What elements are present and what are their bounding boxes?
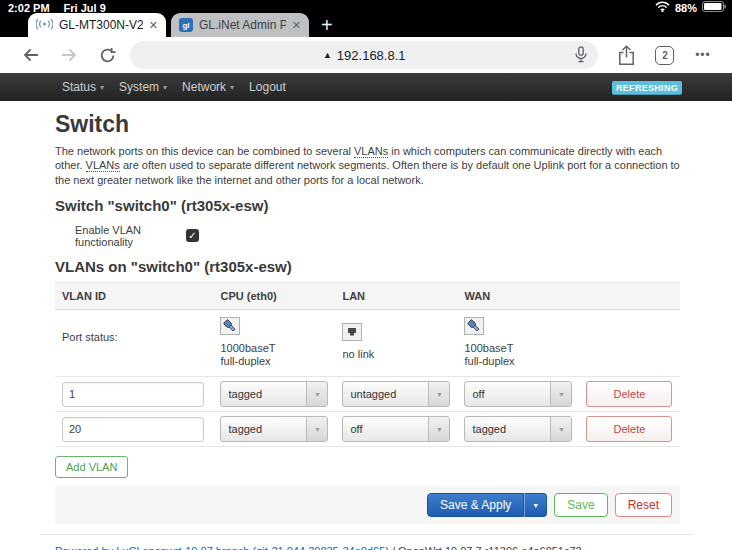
glinet-favicon-icon: gl — [179, 18, 193, 32]
port-speed: 1000baseT — [220, 342, 328, 356]
col-cpu: CPU (eth0) — [213, 282, 335, 309]
wan-mode-select[interactable]: off▼ — [464, 381, 572, 407]
enable-vlan-row: Enable VLAN functionality ✓ — [55, 224, 680, 248]
vlan-row-2: tagged▼ off▼ tagged▼ Delete — [55, 412, 680, 447]
page-title: Switch — [55, 111, 680, 138]
vlan-id-input[interactable] — [62, 382, 204, 407]
save-apply-button[interactable]: Save & Apply — [427, 493, 524, 517]
select-caret-icon: ▼ — [550, 417, 571, 441]
lan-port-status: no link — [342, 317, 450, 362]
battery-percent: 88% — [675, 2, 697, 14]
vlan-table: VLAN ID CPU (eth0) LAN WAN Port status: … — [55, 282, 680, 447]
share-button[interactable] — [608, 45, 646, 66]
vlan-table-header: VLAN ID CPU (eth0) LAN WAN — [55, 282, 680, 309]
page-footer: Powered by LuCI openwrt-19.07 branch (gi… — [40, 534, 692, 550]
vlans-abbr: VLANs — [86, 159, 120, 172]
device-status-bar: 2:02 PM Fri Jul 9 88% — [0, 0, 732, 14]
page-body: Switch The network ports on this device … — [0, 101, 732, 524]
lan-mode-select[interactable]: untagged▼ — [342, 381, 450, 407]
select-caret-icon: ▼ — [428, 417, 449, 441]
luci-navbar: Status▾ System▾ Network▾ Logout REFRESHI… — [0, 73, 732, 101]
tab-admin-panel[interactable]: gl GL.iNet Admin Panel ✕ — [171, 13, 309, 37]
chevron-down-icon: ▾ — [163, 83, 167, 92]
select-caret-icon: ▼ — [428, 382, 449, 406]
col-wan: WAN — [457, 282, 579, 309]
vlan-row-1: tagged▼ untagged▼ off▼ Delete — [55, 377, 680, 412]
add-vlan-button[interactable]: Add VLAN — [55, 456, 128, 478]
port-speed: 100baseT — [464, 342, 572, 356]
cpu-mode-select[interactable]: tagged▼ — [220, 416, 328, 442]
delete-vlan-button[interactable]: Delete — [586, 381, 672, 407]
url-text: 192.168.8.1 — [337, 48, 406, 63]
port-duplex: full-duplex — [464, 355, 572, 369]
luci-version-link[interactable]: Powered by LuCI openwrt-19.07 branch (gi… — [55, 545, 389, 550]
wan-mode-select[interactable]: tagged▼ — [464, 416, 572, 442]
nav-logout[interactable]: Logout — [249, 80, 286, 94]
battery-icon — [702, 1, 727, 14]
delete-vlan-button[interactable]: Delete — [586, 416, 672, 442]
close-tab-icon[interactable]: ✕ — [292, 19, 301, 32]
vlan-id-input[interactable] — [62, 417, 204, 442]
voice-search-icon[interactable] — [575, 46, 587, 66]
chevron-down-icon: ▾ — [100, 83, 104, 92]
antenna-favicon-icon — [36, 18, 53, 33]
chevron-down-icon: ▾ — [230, 83, 234, 92]
cpu-port-status: 1000baseT full-duplex — [220, 317, 328, 369]
port-link-status: no link — [342, 348, 450, 362]
not-secure-warning-icon: ▲ — [323, 50, 332, 60]
cpu-mode-select[interactable]: tagged▼ — [220, 381, 328, 407]
page-description: The network ports on this device can be … — [55, 144, 689, 187]
enable-vlan-label: Enable VLAN functionality — [75, 224, 186, 248]
vlans-heading: VLANs on "switch0" (rt305x-esw) — [55, 258, 680, 275]
col-lan: LAN — [335, 282, 457, 309]
wan-port-status: 100baseT full-duplex — [464, 317, 572, 369]
col-vlan-id: VLAN ID — [55, 282, 213, 309]
port-status-label: Port status: — [62, 317, 206, 343]
browser-toolbar: ▲ 192.168.8.1 2 ••• — [0, 37, 732, 73]
select-caret-icon: ▼ — [550, 382, 571, 406]
refreshing-badge: REFRESHING — [612, 81, 682, 95]
tab-switcher-button[interactable]: 2 — [646, 46, 684, 65]
lan-mode-select[interactable]: off▼ — [342, 416, 450, 442]
port-duplex: full-duplex — [220, 355, 328, 369]
close-tab-icon[interactable]: ✕ — [149, 19, 158, 32]
save-apply-dropdown-button[interactable]: ▼ — [524, 493, 547, 517]
reload-button[interactable] — [88, 47, 126, 64]
save-apply-group: Save & Apply ▼ — [427, 493, 547, 517]
date: Fri Jul 9 — [64, 2, 106, 14]
nav-status[interactable]: Status▾ — [62, 80, 104, 94]
clock: 2:02 PM — [8, 2, 50, 14]
browser-tab-strip: GL-MT300N-V2 - Switch ✕ gl GL.iNet Admin… — [28, 13, 333, 37]
wifi-icon — [655, 1, 670, 14]
port-status-row: Port status: 1000baseT full-duplex no li… — [55, 309, 680, 376]
save-button[interactable]: Save — [554, 493, 607, 517]
device-status-and-tab-strip: 2:02 PM Fri Jul 9 88% GL-MT300N-V2 - Swi… — [0, 0, 732, 37]
form-action-bar: Save & Apply ▼ Save Reset — [55, 486, 680, 524]
overflow-menu-button[interactable]: ••• — [684, 48, 722, 62]
nav-network[interactable]: Network▾ — [182, 80, 234, 94]
enable-vlan-checkbox[interactable]: ✓ — [186, 229, 199, 242]
port-link-up-icon — [220, 317, 328, 339]
port-link-up-icon — [464, 317, 572, 339]
tab-title: GL.iNet Admin Panel — [199, 18, 286, 32]
nav-system[interactable]: System▾ — [119, 80, 167, 94]
forward-button[interactable] — [50, 46, 88, 64]
switch0-heading: Switch "switch0" (rt305x-esw) — [55, 197, 680, 214]
new-tab-button[interactable]: + — [321, 15, 333, 35]
select-caret-icon: ▼ — [306, 417, 327, 441]
tab-title: GL-MT300N-V2 - Switch — [59, 18, 143, 32]
port-no-link-icon — [342, 323, 450, 345]
openwrt-version: / OpenWrt 19.07.7 r11306-c4a6851c72 — [389, 545, 582, 550]
url-bar[interactable]: ▲ 192.168.8.1 — [130, 41, 598, 69]
chevron-down-icon: ▼ — [532, 502, 539, 509]
reset-button[interactable]: Reset — [615, 493, 672, 517]
tab-switch-page[interactable]: GL-MT300N-V2 - Switch ✕ — [28, 13, 166, 37]
vlans-abbr: VLANs — [354, 145, 388, 158]
select-caret-icon: ▼ — [306, 382, 327, 406]
back-button[interactable] — [12, 46, 50, 64]
col-actions — [579, 282, 680, 309]
